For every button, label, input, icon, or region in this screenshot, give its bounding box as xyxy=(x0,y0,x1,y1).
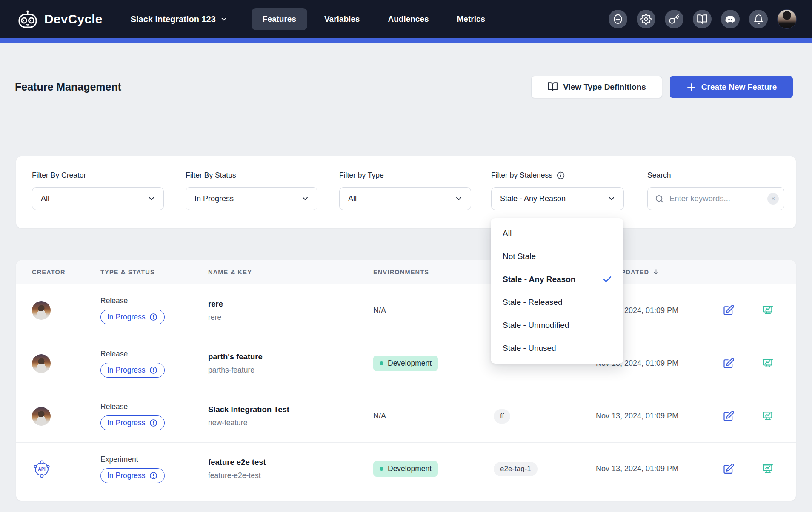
menu-item-stale-unmodified[interactable]: Stale - Unmodified xyxy=(491,314,623,337)
col-type-status[interactable]: Type & Status xyxy=(100,269,208,276)
filter-bar: Filter By Creator All Filter By Status I… xyxy=(16,156,796,228)
feature-metrics-button[interactable] xyxy=(762,463,774,475)
user-avatar[interactable] xyxy=(777,9,797,29)
presentation-chart-icon xyxy=(762,410,774,422)
tab-audiences[interactable]: Audiences xyxy=(377,8,440,30)
creator-avatar xyxy=(32,407,51,426)
menu-item-all[interactable]: All xyxy=(491,222,623,245)
table-row[interactable]: Release In Progress rere rere N/A Nov 13… xyxy=(16,284,796,337)
filter-staleness-label-text: Filter by Staleness xyxy=(491,171,552,180)
clear-search-button[interactable]: × xyxy=(767,193,779,205)
filter-creator-group: Filter By Creator All xyxy=(32,156,164,228)
filter-status-value: In Progress xyxy=(194,194,301,203)
notifications-button[interactable] xyxy=(749,10,768,28)
alert-circle-icon xyxy=(149,313,158,321)
chevron-down-icon xyxy=(607,194,616,203)
col-name-key[interactable]: Name & Key xyxy=(208,269,373,276)
table-row[interactable]: Release In Progress Slack Integration Te… xyxy=(16,390,796,442)
edit-pencil-icon xyxy=(723,463,735,475)
environments-value: N/A xyxy=(373,412,386,421)
tag-badge: e2e-tag-1 xyxy=(494,462,538,476)
plus-circle-icon xyxy=(612,14,623,25)
creator-avatar xyxy=(32,354,51,373)
menu-item-stale-unused[interactable]: Stale - Unused xyxy=(491,337,623,360)
feature-name: feature e2e test xyxy=(208,458,266,467)
edit-feature-button[interactable] xyxy=(723,410,735,422)
docs-button[interactable] xyxy=(693,10,712,28)
environment-badge: Development xyxy=(373,461,438,477)
presentation-chart-icon xyxy=(762,358,774,370)
add-circle-button[interactable] xyxy=(609,10,627,28)
search-input[interactable] xyxy=(669,194,762,203)
devcycle-logo-icon xyxy=(16,9,39,29)
info-icon[interactable] xyxy=(556,171,565,180)
filter-status-select[interactable]: In Progress xyxy=(186,187,317,210)
top-nav: DevCycle Slack Integration 123 Features … xyxy=(0,0,812,38)
api-icon: API xyxy=(32,459,51,479)
feature-name: rere xyxy=(208,299,223,309)
col-creator[interactable]: Creator xyxy=(16,269,100,276)
presentation-chart-icon xyxy=(762,463,774,475)
menu-item-not-stale[interactable]: Not Stale xyxy=(491,245,623,268)
edit-feature-button[interactable] xyxy=(723,358,735,370)
status-badge: In Progress xyxy=(100,468,165,483)
status-label: In Progress xyxy=(107,366,145,375)
feature-table: Creator Type & Status Name & Key Environ… xyxy=(16,260,796,501)
menu-item-label: Not Stale xyxy=(503,252,612,261)
discord-button[interactable] xyxy=(721,10,740,28)
view-type-definitions-button[interactable]: View Type Definitions xyxy=(531,76,662,98)
creator-avatar xyxy=(32,301,51,320)
last-updated: Nov 13, 2024, 01:09 PM xyxy=(596,464,678,473)
menu-item-stale-any-reason[interactable]: Stale - Any Reason xyxy=(491,268,623,291)
feature-metrics-button[interactable] xyxy=(762,410,774,422)
filter-staleness-select[interactable]: Stale - Any Reason xyxy=(491,187,624,210)
settings-button[interactable] xyxy=(637,10,655,28)
feature-type: Release xyxy=(100,296,128,305)
book-open-icon xyxy=(697,14,708,25)
view-type-definitions-label: View Type Definitions xyxy=(563,82,646,92)
filter-type-label: Filter by Type xyxy=(339,171,384,180)
menu-item-label: Stale - Unmodified xyxy=(503,321,612,330)
filter-status-label: Filter By Status xyxy=(186,171,236,180)
environments-value: N/A xyxy=(373,306,386,315)
environment-badge: Development xyxy=(373,356,438,371)
feature-type: Experiment xyxy=(100,455,138,464)
search-icon xyxy=(655,194,664,204)
feature-metrics-button[interactable] xyxy=(762,304,774,316)
discord-icon xyxy=(725,14,736,25)
svg-text:API: API xyxy=(38,466,46,472)
filter-staleness-group: Filter by Staleness Stale - Any Reason xyxy=(491,156,624,228)
create-new-feature-button[interactable]: Create New Feature xyxy=(670,76,793,98)
feature-metrics-button[interactable] xyxy=(762,358,774,370)
table-row[interactable]: Release In Progress parth's feature part… xyxy=(16,337,796,390)
feature-name: parth's feature xyxy=(208,352,263,361)
gear-icon xyxy=(640,14,652,25)
status-badge: In Progress xyxy=(100,415,165,430)
col-environments[interactable]: Environments xyxy=(373,269,494,276)
filter-type-value: All xyxy=(348,194,455,203)
tab-features[interactable]: Features xyxy=(252,8,307,30)
filter-type-select[interactable]: All xyxy=(339,187,471,210)
filter-creator-select[interactable]: All xyxy=(32,187,164,210)
api-keys-button[interactable] xyxy=(665,10,683,28)
create-new-feature-label: Create New Feature xyxy=(701,82,777,92)
menu-item-stale-released[interactable]: Stale - Released xyxy=(491,291,623,314)
menu-item-label: Stale - Released xyxy=(503,298,612,307)
feature-key: rere xyxy=(208,313,221,322)
env-dot-icon xyxy=(380,467,383,471)
search-group: Search × xyxy=(647,156,784,228)
plus-icon xyxy=(686,82,696,92)
header-divider xyxy=(15,111,797,111)
table-row[interactable]: API Experiment In Progress feature e2e t… xyxy=(16,442,796,495)
presentation-chart-icon xyxy=(762,304,774,316)
edit-feature-button[interactable] xyxy=(723,463,735,475)
project-selector[interactable]: Slack Integration 123 xyxy=(131,14,228,24)
status-badge: In Progress xyxy=(100,310,165,324)
bell-icon xyxy=(753,14,764,25)
check-icon xyxy=(602,274,612,284)
tab-metrics[interactable]: Metrics xyxy=(446,8,497,30)
key-icon xyxy=(669,14,680,25)
tab-variables[interactable]: Variables xyxy=(313,8,371,30)
edit-feature-button[interactable] xyxy=(723,304,735,316)
close-icon: × xyxy=(771,195,775,202)
